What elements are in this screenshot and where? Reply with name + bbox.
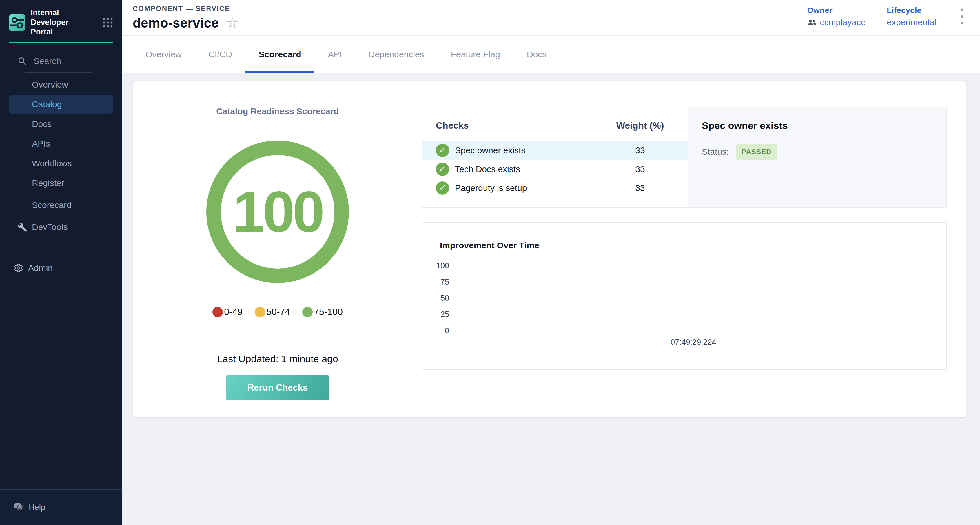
- search-label: Search: [33, 56, 61, 66]
- y-axis-tick: 0: [423, 326, 449, 335]
- portal-logo-icon: [9, 14, 25, 31]
- wrench-icon: [18, 222, 27, 232]
- check-detail-panel: Spec owner exists Status: PASSED: [688, 107, 947, 207]
- check-status-row: Status: PASSED: [702, 144, 932, 160]
- sidebar-divider: [25, 72, 92, 73]
- checks-and-chart: Checks Weight (%) ✓ Spec owner exists 33: [422, 81, 966, 417]
- legend-label: 75-100: [314, 307, 343, 317]
- tab-label: CI/CD: [208, 49, 232, 59]
- tab-api[interactable]: API: [314, 36, 355, 73]
- breadcrumb: COMPONENT — SERVICE: [133, 5, 239, 13]
- sidebar-item-workflows[interactable]: Workflows: [9, 154, 113, 173]
- lifecycle-value: experimental: [887, 18, 937, 27]
- check-passed-icon: ✓: [436, 181, 449, 195]
- checks-column-header: Checks: [436, 120, 592, 131]
- y-axis-tick: 25: [423, 310, 449, 319]
- tab-label: API: [328, 49, 342, 59]
- entity-header: COMPONENT — SERVICE demo-service ☆ Owner: [122, 0, 980, 36]
- check-weight: 33: [592, 183, 688, 193]
- legend-dot-amber: [255, 307, 265, 317]
- entity-heading-block: COMPONENT — SERVICE demo-service ☆: [133, 5, 239, 31]
- sidebar-item-label: Help: [29, 503, 46, 512]
- scorecard-title: Catalog Readiness Scorecard: [216, 106, 339, 116]
- sidebar-item-label: Overview: [32, 80, 68, 89]
- help-chat-icon: ?: [14, 503, 24, 512]
- sidebar-item-label: APIs: [32, 139, 50, 149]
- lifecycle-label: Lifecycle: [887, 6, 937, 15]
- status-label: Status:: [702, 147, 729, 157]
- group-icon: [807, 19, 816, 26]
- tab-label: Feature Flag: [451, 49, 500, 59]
- owner-value: ccmplayacc: [820, 18, 865, 27]
- score-gauge-panel: Catalog Readiness Scorecard 100 0-49 50-…: [133, 81, 422, 417]
- checks-table: Checks Weight (%) ✓ Spec owner exists 33: [423, 107, 688, 207]
- favorite-star-icon[interactable]: ☆: [226, 16, 239, 30]
- sidebar-accent-rule: [9, 42, 113, 43]
- tab-overview[interactable]: Overview: [132, 36, 195, 73]
- scorecard-card: Catalog Readiness Scorecard 100 0-49 50-…: [133, 81, 966, 417]
- check-detail-title: Spec owner exists: [702, 120, 932, 131]
- score-gauge: 100: [206, 140, 349, 283]
- sidebar-item-label: DevTools: [32, 222, 67, 232]
- svg-text:?: ?: [16, 504, 19, 509]
- tab-docs[interactable]: Docs: [514, 36, 560, 73]
- tab-dependencies[interactable]: Dependencies: [355, 36, 438, 73]
- check-weight: 33: [592, 145, 688, 155]
- active-tab-indicator: [245, 71, 315, 73]
- tab-label: Overview: [145, 49, 182, 59]
- owner-block: Owner ccmplayacc: [807, 6, 865, 27]
- check-label: Spec owner exists: [455, 145, 592, 155]
- legend-item-mid: 50-74: [255, 307, 290, 317]
- sidebar-search[interactable]: Search: [0, 52, 122, 70]
- sidebar: Internal Developer Portal Search Overvie…: [0, 0, 122, 525]
- sidebar-item-label: Register: [32, 178, 64, 188]
- app-window: Internal Developer Portal Search Overvie…: [0, 0, 980, 525]
- app-title: Internal Developer Portal: [31, 8, 92, 37]
- tab-label: Scorecard: [259, 49, 301, 59]
- sidebar-divider: [25, 195, 92, 195]
- y-axis-tick: 50: [423, 294, 449, 303]
- tab-cicd[interactable]: CI/CD: [195, 36, 245, 73]
- check-row-pagerduty[interactable]: ✓ Pagerduty is setup 33: [423, 178, 688, 197]
- tab-label: Dependencies: [369, 49, 424, 59]
- y-axis-tick: 100: [423, 261, 449, 270]
- sidebar-item-catalog[interactable]: Catalog: [9, 95, 113, 114]
- sidebar-item-label: Admin: [28, 263, 53, 273]
- weight-column-header: Weight (%): [592, 120, 688, 131]
- gear-icon: [14, 263, 24, 273]
- check-row-spec-owner[interactable]: ✓ Spec owner exists 33: [423, 141, 688, 160]
- entity-meta: Owner ccmplayacc Lifecycle experimental: [807, 6, 967, 30]
- page-title: demo-service: [133, 15, 219, 31]
- checks-panel: Checks Weight (%) ✓ Spec owner exists 33: [422, 107, 947, 208]
- owner-link[interactable]: ccmplayacc: [807, 18, 865, 27]
- app-grid-icon[interactable]: [103, 18, 113, 28]
- score-value: 100: [233, 178, 323, 245]
- checks-rows: ✓ Spec owner exists 33 ✓ Tech Docs exist…: [423, 141, 688, 197]
- sidebar-item-apis[interactable]: APIs: [9, 134, 113, 153]
- sidebar-item-overview[interactable]: Overview: [9, 75, 113, 94]
- tab-label: Docs: [527, 49, 547, 59]
- legend-label: 50-74: [266, 307, 290, 317]
- kebab-menu-icon[interactable]: [958, 6, 967, 30]
- checks-table-header: Checks Weight (%): [423, 116, 688, 135]
- sidebar-item-register[interactable]: Register: [9, 174, 113, 192]
- sidebar-item-help[interactable]: ? Help: [0, 489, 122, 525]
- rerun-checks-button[interactable]: Rerun Checks: [226, 375, 329, 401]
- sidebar-nav: Overview Catalog Docs APIs Workflows Reg…: [0, 75, 122, 237]
- check-row-tech-docs[interactable]: ✓ Tech Docs exists 33: [423, 160, 688, 178]
- entity-tabs: Overview CI/CD Scorecard API Dependencie…: [122, 36, 980, 73]
- legend-label: 0-49: [224, 307, 243, 317]
- status-badge: PASSED: [736, 144, 777, 160]
- tab-feature-flag[interactable]: Feature Flag: [438, 36, 514, 73]
- sidebar-item-label: Workflows: [32, 159, 72, 168]
- sidebar-item-docs[interactable]: Docs: [9, 115, 113, 133]
- sidebar-section-divider: [9, 248, 113, 249]
- sidebar-item-devtools[interactable]: DevTools: [9, 218, 113, 236]
- tab-scorecard[interactable]: Scorecard: [245, 36, 315, 73]
- legend-item-low: 0-49: [212, 307, 243, 317]
- sidebar-item-label: Scorecard: [32, 200, 72, 210]
- sidebar-item-scorecard[interactable]: Scorecard: [9, 196, 113, 215]
- legend-item-high: 75-100: [302, 307, 343, 317]
- sidebar-item-label: Docs: [32, 119, 52, 129]
- sidebar-item-admin[interactable]: Admin: [9, 259, 113, 277]
